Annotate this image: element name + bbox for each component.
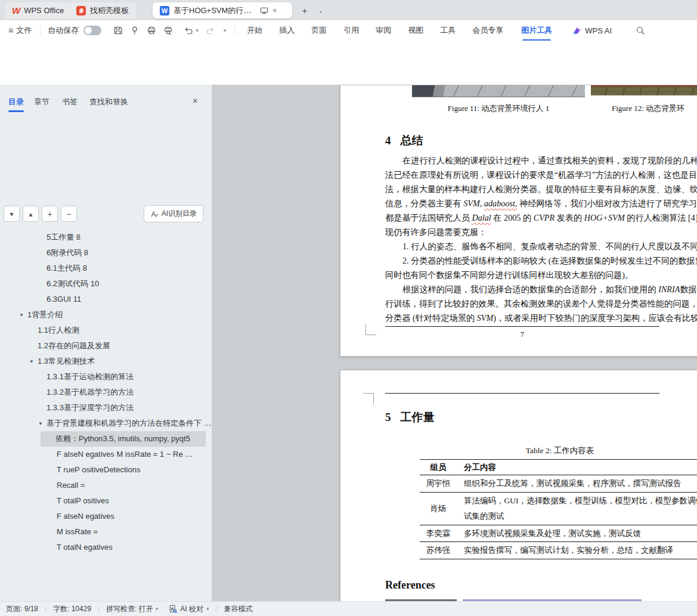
- table-caption: Table 2: 工作内容表: [420, 445, 697, 456]
- toc-item-selected[interactable]: 依赖：Python3.5, imutils, numpy, pyqt5: [41, 431, 206, 447]
- margin-crop-mark: [365, 324, 376, 335]
- autosave-toggle[interactable]: [83, 26, 101, 35]
- redo-icon[interactable]: [203, 23, 218, 38]
- menu-tab-tools[interactable]: 工具: [440, 25, 456, 36]
- toc-expand-button[interactable]: +: [42, 206, 58, 222]
- paragraph-line: 法已经在原理处有所说明，课程设计的要求是“机器学习”方法的行人检测，这也是目前较: [385, 168, 697, 182]
- file-menu[interactable]: ≡ 文件: [8, 25, 32, 36]
- compatibility-mode[interactable]: 兼容模式: [224, 604, 252, 614]
- paragraph-line: 现仍有许多问题需要克服：: [385, 225, 697, 239]
- figure-11-image[interactable]: [412, 85, 585, 97]
- collapse-arrow-icon[interactable]: ▼: [29, 354, 38, 369]
- close-tab-icon[interactable]: ×: [272, 6, 277, 15]
- figure-11-caption: Figure 11: 动态背景环境行人 1: [412, 103, 585, 114]
- tab-document-label: 基于HOG+SVM的行人检测: [174, 5, 256, 16]
- autosave-label: 自动保存: [48, 25, 79, 36]
- new-tab-button[interactable]: +: [298, 4, 311, 17]
- work-content: 多环境测试视频采集及处理，测试实施，测试反馈: [457, 528, 697, 539]
- page-indicator[interactable]: 页面: 9/18: [6, 604, 38, 614]
- save-icon[interactable]: [111, 23, 125, 38]
- toc-item[interactable]: 1.3.1基于运动检测的算法: [0, 369, 212, 385]
- share-screen-icon[interactable]: [260, 7, 268, 15]
- toc-item[interactable]: ▼1.3常见检测技术: [0, 354, 212, 369]
- menu-tab-home[interactable]: 开始: [247, 25, 262, 36]
- toc-item[interactable]: 1.3.2基于机器学习的方法: [0, 385, 212, 400]
- figure-12-image[interactable]: [591, 85, 697, 95]
- toc-item[interactable]: 1.1行人检测: [0, 323, 212, 338]
- toc-item[interactable]: T otalN egatives: [0, 540, 212, 555]
- toc-item[interactable]: F alseN egatives: [0, 509, 212, 524]
- member-name: 肖炀: [420, 503, 457, 514]
- table-row: 李奕霖 多环境测试视频采集及处理，测试实施，测试反馈: [420, 525, 697, 542]
- table-col-work: 分工内容: [457, 462, 697, 473]
- toc-item[interactable]: 1.3.3基于深度学习的方法: [0, 400, 212, 416]
- table-col-member: 组员: [420, 462, 457, 473]
- print-icon[interactable]: [144, 23, 159, 38]
- search-icon[interactable]: [633, 23, 648, 38]
- table-row: 周宇恒 组织和分工及统筹，测试视频采集，程序测试，撰写测试报告: [420, 475, 697, 493]
- toc-item[interactable]: Recall =: [0, 478, 212, 493]
- collapse-arrow-icon[interactable]: ▼: [19, 308, 27, 323]
- toc-item[interactable]: T otalP ositives: [0, 493, 212, 509]
- toc-item[interactable]: 6.1主代码 8: [0, 261, 212, 276]
- ai-proofread-control[interactable]: AI 校对▾: [169, 604, 209, 614]
- work-content: 组织和分工及统筹，测试视频采集，程序测试，撰写测试报告: [457, 478, 697, 489]
- figure-12-caption: Figure 12: 动态背景环: [612, 103, 697, 114]
- toc-item[interactable]: 6.3GUI 11: [0, 292, 212, 307]
- wps-ai-logo-icon: [572, 26, 582, 35]
- document-canvas[interactable]: Figure 11: 动态背景环境行人 1 Figure 12: 动态背景环 4…: [212, 85, 697, 601]
- menu-tab-member[interactable]: 会员专享: [472, 25, 503, 36]
- spellcheck-control[interactable]: 拼写检查: 打开▾: [106, 604, 158, 614]
- print-preview-icon[interactable]: [161, 23, 175, 38]
- more-caret-icon[interactable]: ▾: [224, 27, 227, 33]
- sidebar-tab-chapters[interactable]: 章节: [34, 97, 49, 107]
- menu-tab-review[interactable]: 审阅: [376, 25, 391, 36]
- paragraph-line: 2. 分类器的性能受训练样本的影响较大 (在选择数据集的时候发生过不同的数据集结…: [385, 253, 697, 268]
- tab-list-button[interactable]: ⌄: [314, 4, 327, 17]
- menu-tab-view[interactable]: 视图: [408, 25, 423, 36]
- ai-recognize-toc-button[interactable]: AI识别目录: [144, 205, 203, 222]
- document-page-8: 5工作量 Table 2: 工作内容表 组员 分工内容 周宇恒 组织和分工及统筹…: [340, 370, 697, 601]
- wps-ai-button[interactable]: WPS AI: [572, 26, 612, 35]
- member-name: 周宇恒: [420, 478, 457, 489]
- toc-item[interactable]: 6.2测试代码 10: [0, 276, 212, 292]
- toc-item[interactable]: ▼1背景介绍: [0, 307, 212, 323]
- word-count[interactable]: 字数: 10429: [53, 604, 91, 614]
- toc-next-button[interactable]: ▾: [4, 206, 20, 222]
- menu-tab-page[interactable]: 页面: [311, 25, 327, 36]
- tab-wps-home-label: WPS Office: [24, 6, 64, 15]
- close-sidebar-icon[interactable]: ×: [193, 95, 198, 106]
- menu-tab-reference[interactable]: 引用: [343, 25, 359, 36]
- paragraph-line: 分类器 (针对特定场景的 SVM)，或者采用时下较热门的深度学习架构，应该会有比…: [385, 311, 697, 325]
- menu-tab-insert[interactable]: 插入: [279, 25, 295, 36]
- sidebar-tab-contents[interactable]: 目录: [8, 97, 24, 107]
- undo-icon[interactable]: [181, 23, 196, 38]
- toc-collapse-button[interactable]: −: [61, 206, 77, 222]
- toc-item[interactable]: 1.2存在的问题及发展: [0, 338, 212, 354]
- table-header-row: 组员 分工内容: [420, 460, 697, 475]
- menu-tab-picture-tools[interactable]: 图片工具: [521, 25, 552, 36]
- references-heading: References: [385, 579, 435, 592]
- margin-crop-mark: [363, 393, 374, 404]
- toc-item[interactable]: T rueP ositiveDetections: [0, 462, 212, 478]
- toc-item[interactable]: 5工作量 8: [0, 230, 212, 245]
- toc-item[interactable]: 6附录代码 8: [0, 245, 212, 261]
- pin-icon[interactable]: [128, 23, 142, 38]
- undo-caret-icon[interactable]: ▾: [196, 27, 199, 33]
- tab-wps-home[interactable]: W WPS Office: [5, 2, 71, 18]
- toc-prev-button[interactable]: ▴: [23, 206, 39, 222]
- navigation-sidebar: 目录 章节 书签 查找和替换 × ▾ ▴ + − AI识别目录 5工作量 8 6…: [0, 85, 212, 601]
- ribbon-picture-tools: 添加图片▾ 更改图片 AI 生成图片 查看设置▾ 裁剪▾ 9.40厘米 ▲▼ 1…: [0, 41, 697, 85]
- sidebar-tab-find-replace[interactable]: 查找和替换: [89, 97, 128, 107]
- toc-item[interactable]: F alseN egatives M issRate = 1 − Re …: [0, 447, 212, 462]
- paragraph-line: 行训练，得到了比较好的效果。其余检测效果的误差个人觉得是分类器性能的问题，参考: [385, 296, 697, 311]
- toc-item[interactable]: ▼基于背景建模和机器学习的方法在特定条件下 …: [0, 416, 212, 431]
- table-of-contents: 5工作量 8 6附录代码 8 6.1主代码 8 6.2测试代码 10 6.3GU…: [0, 230, 212, 555]
- tab-document-active[interactable]: W 基于HOG+SVM的行人检测 ×: [153, 2, 292, 18]
- sidebar-tab-bookmarks[interactable]: 书签: [62, 97, 78, 107]
- toc-item[interactable]: M issRate =: [0, 524, 212, 540]
- paragraph-line: 1. 行人的姿态、服饰各不相同、复杂或者动态的背景、不同的行人尺度以及不同的光照: [385, 239, 697, 253]
- member-name: 苏伟强: [420, 545, 457, 556]
- tab-docer[interactable]: 找稻壳模板: [69, 2, 136, 18]
- collapse-arrow-icon[interactable]: ▼: [38, 416, 47, 431]
